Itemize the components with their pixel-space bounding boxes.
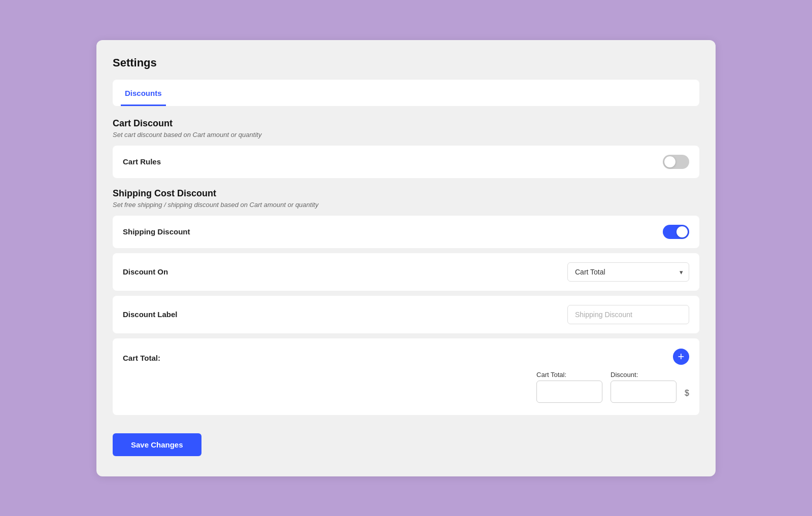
discount-field-group: Discount: [611, 371, 676, 403]
cart-rules-toggle-thumb [664, 156, 675, 167]
cart-rules-toggle-track [663, 155, 689, 169]
discount-label-input[interactable] [567, 305, 689, 324]
shipping-cost-discount-section: Shipping Cost Discount Set free shipping… [113, 188, 699, 415]
discount-label-card: Discount Label [113, 296, 699, 333]
settings-title: Settings [113, 56, 699, 70]
shipping-discount-toggle[interactable] [663, 225, 689, 239]
discount-field-label: Discount: [611, 371, 676, 379]
shipping-discount-card: Shipping Discount [113, 216, 699, 248]
settings-container: Settings Discounts Cart Discount Set car… [96, 40, 716, 476]
cart-discount-description: Set cart discount based on Cart amount o… [113, 131, 699, 139]
cart-total-input[interactable] [536, 381, 602, 403]
shipping-discount-label: Shipping Discount [123, 227, 190, 236]
shipping-discount-toggle-track [663, 225, 689, 239]
discount-input[interactable] [611, 381, 676, 403]
cart-rules-card: Cart Rules [113, 146, 699, 178]
cart-total-card: Cart Total: + Cart Total: Discount: $ [113, 338, 699, 415]
cart-total-field-group: Cart Total: [536, 371, 602, 403]
discount-on-card: Discount On Cart Total Cart Quantity ▾ [113, 253, 699, 291]
cart-rules-toggle[interactable] [663, 155, 689, 169]
cart-discount-title: Cart Discount [113, 118, 699, 129]
cart-discount-section: Cart Discount Set cart discount based on… [113, 118, 699, 178]
shipping-cost-title: Shipping Cost Discount [113, 188, 699, 199]
cart-total-left-label: Cart Total: [123, 351, 160, 362]
discount-on-dropdown-wrapper: Cart Total Cart Quantity ▾ [567, 262, 689, 282]
save-changes-button[interactable]: Save Changes [113, 433, 201, 456]
cart-rules-label: Cart Rules [123, 157, 161, 166]
currency-symbol: $ [685, 389, 689, 403]
tab-discounts[interactable]: Discounts [121, 80, 166, 106]
discount-on-label: Discount On [123, 267, 168, 276]
cart-total-field-label: Cart Total: [536, 371, 602, 379]
add-cart-total-button[interactable]: + [673, 349, 689, 365]
discount-on-select[interactable]: Cart Total Cart Quantity [567, 262, 689, 282]
discount-label-text: Discount Label [123, 310, 178, 319]
cart-total-fields: Cart Total: Discount: $ [123, 371, 689, 403]
shipping-discount-toggle-thumb [676, 226, 688, 237]
shipping-cost-description: Set free shipping / shipping discount ba… [113, 201, 699, 209]
tab-bar: Discounts [113, 80, 699, 106]
